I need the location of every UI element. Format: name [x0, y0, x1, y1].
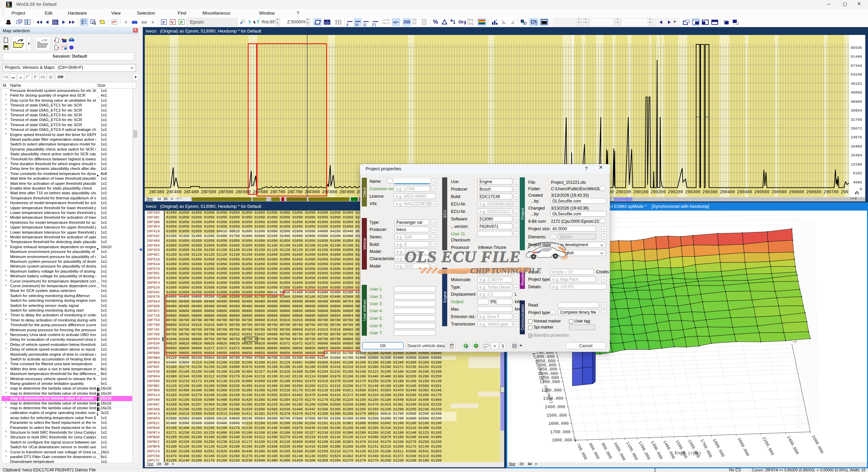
- svg-text:28F800: 28F800: [304, 190, 320, 195]
- svg-text:1800.000: 1800.000: [712, 438, 726, 458]
- svg-text:28F380: 28F380: [149, 190, 164, 195]
- svg-text:290480: 290480: [737, 190, 752, 195]
- svg-text:28F400: 28F400: [166, 190, 181, 195]
- svg-text:28F880: 28F880: [322, 190, 337, 195]
- svg-text:2400.000: 2400.000: [786, 435, 800, 456]
- svg-text:28F700: 28F700: [270, 190, 285, 195]
- svg-text:290680: 290680: [806, 190, 821, 195]
- svg-text:290100: 290100: [616, 190, 631, 195]
- svg-text:1200.000: 1200.000: [637, 440, 651, 461]
- svg-text:1700.000: 1700.000: [550, 430, 570, 435]
- svg-text:1400.000: 1400.000: [662, 440, 676, 460]
- svg-text:28F780: 28F780: [287, 190, 302, 195]
- svg-text:V: V: [171, 20, 174, 25]
- svg-text:1700.000: 1700.000: [699, 438, 713, 459]
- svg-text:2000.000: 2000.000: [736, 437, 750, 457]
- svg-text:F: F: [162, 20, 165, 25]
- svg-text:28F600: 28F600: [235, 190, 251, 195]
- svg-text:28F500: 28F500: [201, 190, 216, 195]
- svg-text:290780: 290780: [841, 190, 849, 195]
- svg-text:1100.000: 1100.000: [625, 441, 639, 461]
- svg-text:28F580: 28F580: [218, 190, 233, 195]
- svg-text:290200: 290200: [650, 190, 666, 195]
- svg-text:1400.000: 1400.000: [545, 405, 565, 410]
- svg-text:1500.000: 1500.000: [674, 439, 688, 459]
- svg-text:1500.000: 1500.000: [547, 413, 567, 418]
- svg-text:290580: 290580: [771, 190, 787, 195]
- svg-text:290600: 290600: [789, 190, 804, 195]
- svg-text:290300: 290300: [685, 190, 700, 195]
- svg-text:2200.000: 2200.000: [761, 436, 775, 456]
- svg-text:2600.000: 2600.000: [811, 434, 825, 455]
- svg-text:28F680: 28F680: [253, 190, 268, 195]
- svg-text:1800.000: 1800.000: [552, 438, 572, 443]
- svg-text:1300.000: 1300.000: [650, 440, 664, 460]
- svg-text:28F480: 28F480: [183, 190, 199, 195]
- svg-text:1000.000: 1000.000: [613, 441, 627, 462]
- svg-text:290700: 290700: [823, 190, 839, 195]
- svg-text:1600.000: 1600.000: [687, 439, 701, 459]
- svg-text:28F900: 28F900: [339, 190, 354, 195]
- svg-text:290500: 290500: [754, 190, 769, 195]
- svg-text:900.000: 900.000: [600, 442, 613, 460]
- svg-text:290280: 290280: [668, 190, 683, 195]
- svg-text:1600.000: 1600.000: [548, 421, 569, 426]
- svg-text:800.000: 800.000: [588, 442, 600, 460]
- svg-text:P: P: [180, 20, 183, 25]
- svg-text:290380: 290380: [702, 190, 717, 195]
- svg-text:700.000: 700.000: [575, 443, 588, 461]
- svg-text:EngN (rpm): EngN (rpm): [675, 451, 701, 456]
- svg-text:290180: 290180: [633, 190, 648, 195]
- svg-text:290400: 290400: [719, 190, 735, 195]
- svg-text:F: F: [524, 22, 526, 25]
